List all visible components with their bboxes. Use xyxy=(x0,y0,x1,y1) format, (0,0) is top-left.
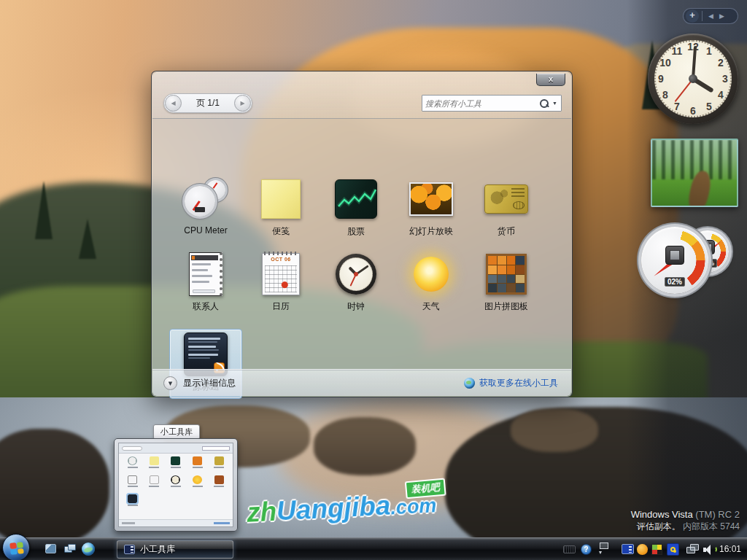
clock-numeral: 3 xyxy=(719,72,731,85)
gadget-stocks[interactable]: 股票 xyxy=(320,174,392,244)
clock-numeral: 7 xyxy=(671,100,683,113)
puzzle-tiles-icon xyxy=(486,254,527,295)
pine-tree xyxy=(35,181,53,239)
gadget-notes[interactable]: 便笺 xyxy=(244,174,317,244)
slideshow-photo-icon xyxy=(409,182,453,216)
apple-tray-icon[interactable] xyxy=(637,544,648,555)
add-gadget-button[interactable]: + xyxy=(686,9,699,23)
get-more-gadgets-link[interactable]: 获取更多在线小工具 xyxy=(464,377,558,389)
internet-explorer-icon[interactable] xyxy=(82,542,95,556)
gadget-label: 股票 xyxy=(320,225,392,238)
clock-gadget[interactable]: 12 1 2 3 4 5 6 7 8 9 10 11 xyxy=(648,34,738,124)
gadget-label: 联系人 xyxy=(169,300,242,313)
quad-color-tray-icon[interactable] xyxy=(651,544,662,555)
taskbar-tooltip: 小工具库 xyxy=(153,424,200,440)
gadget-contacts[interactable]: 联系人 xyxy=(169,249,242,319)
mini-clock-icon xyxy=(336,254,376,295)
gadget-weather[interactable]: 天气 xyxy=(395,249,468,319)
clock-numeral: 4 xyxy=(715,88,727,101)
sidebar-tray-icon[interactable] xyxy=(622,544,634,554)
taskbar-clock[interactable]: 16:01 xyxy=(719,544,741,554)
show-details-label[interactable]: 显示详细信息 xyxy=(183,377,236,389)
show-desktop-icon[interactable] xyxy=(45,544,56,553)
help-icon[interactable]: ? xyxy=(581,544,592,555)
divider xyxy=(702,11,703,21)
sticky-note-icon xyxy=(261,179,301,219)
taskbar: 小工具库 ? ▾ 16:01 xyxy=(0,537,747,560)
globe-icon xyxy=(464,378,475,389)
search-input[interactable] xyxy=(422,99,539,108)
currency-card-icon xyxy=(484,184,528,214)
clock-numeral: 10 xyxy=(659,56,671,69)
cpu-gauge[interactable]: 02% xyxy=(641,227,708,294)
start-button[interactable] xyxy=(2,534,30,560)
keyboard-icon[interactable] xyxy=(563,545,576,553)
stock-chart-icon xyxy=(335,179,377,219)
calendar-month: OCT 06 xyxy=(263,257,299,262)
gadget-clock[interactable]: 时钟 xyxy=(320,249,392,319)
gadget-cpu-meter[interactable]: CPU Meter xyxy=(169,174,242,244)
gadget-label: 便笺 xyxy=(244,225,317,238)
rock xyxy=(511,408,598,452)
build-number: 内部版本 5744 xyxy=(683,521,740,532)
network-icon[interactable] xyxy=(686,544,700,554)
clock-numeral: 1 xyxy=(703,44,715,58)
show-details-chevron-icon[interactable]: ▾ xyxy=(163,376,177,390)
watermark-prefix: zh xyxy=(246,497,277,528)
build-copy: 评估副本。 xyxy=(637,521,681,532)
switch-windows-icon[interactable] xyxy=(64,544,76,553)
clock-numeral: 11 xyxy=(671,44,683,58)
gadget-label: 日历 xyxy=(244,300,317,313)
hidden-window-icon[interactable] xyxy=(600,542,608,549)
taskbar-thumbnail-preview[interactable] xyxy=(114,438,238,532)
gadget-currency[interactable]: 货币 xyxy=(470,174,543,244)
gadget-calendar[interactable]: OCT 06 日历 xyxy=(244,249,317,319)
build-trademark: (TM) RC 2 xyxy=(695,509,740,520)
taskbar-button-label: 小工具库 xyxy=(140,543,175,556)
clock-numeral: 5 xyxy=(703,100,715,113)
search-icon xyxy=(539,98,549,109)
prev-page-icon[interactable]: ◀ xyxy=(705,12,716,20)
preview-header xyxy=(119,443,233,454)
gadget-picture-puzzle[interactable]: 图片拼图板 xyxy=(470,249,543,319)
page-indicator: 页 1/1 xyxy=(182,97,233,109)
clock-numeral: 2 xyxy=(715,56,727,69)
next-page-button[interactable]: ▶ xyxy=(234,95,251,112)
show-hidden-icons-chevron[interactable]: ▾ xyxy=(599,549,602,556)
gadget-label: CPU Meter xyxy=(169,225,242,236)
chip-icon xyxy=(665,246,684,265)
gadget-label: 时钟 xyxy=(320,300,392,313)
clock-numeral: 8 xyxy=(659,88,671,101)
clock-numeral: 9 xyxy=(655,72,667,85)
wireless-tray-icon[interactable] xyxy=(667,543,679,556)
rock xyxy=(314,417,416,475)
pine-tree xyxy=(79,219,96,259)
gadget-search: ▼ xyxy=(422,95,562,112)
picture-gadget[interactable] xyxy=(651,139,738,207)
clock-hub xyxy=(689,74,697,83)
contacts-list-icon xyxy=(189,252,222,296)
next-page-icon[interactable]: ▶ xyxy=(716,12,727,20)
gadget-label: 天气 xyxy=(395,300,468,313)
forest-photo xyxy=(652,140,737,179)
gadget-grid: CPU Meter 便笺 股票 幻灯片放映 货币 xyxy=(152,119,571,369)
build-product: Windows Vista xyxy=(631,509,693,520)
clock-numeral: 6 xyxy=(687,104,699,117)
preview-window xyxy=(118,443,233,527)
gadget-label: 幻灯片放映 xyxy=(395,225,468,238)
gadget-label: 图片拼图板 xyxy=(470,300,543,313)
search-dropdown-icon[interactable]: ▼ xyxy=(552,101,557,106)
prev-page-button[interactable]: ◀ xyxy=(165,95,182,112)
close-button[interactable]: x xyxy=(536,74,565,86)
volume-icon[interactable] xyxy=(703,545,715,554)
rock xyxy=(0,429,109,545)
preview-gadget-grid xyxy=(122,456,230,513)
taskbar-button-gadget-gallery[interactable]: 小工具库 xyxy=(117,540,233,559)
gadget-gallery-window: x ◀ 页 1/1 ▶ ▼ CPU Meter 便笺 xyxy=(151,71,573,397)
watermark-badge: 装机吧 xyxy=(405,478,446,499)
gadget-slideshow[interactable]: 幻灯片放映 xyxy=(395,174,468,244)
page-navigator: ◀ 页 1/1 ▶ xyxy=(163,93,252,113)
gadget-label: 货币 xyxy=(470,225,543,238)
online-link-label: 获取更多在线小工具 xyxy=(479,377,558,389)
cpu-meter-gadget-icon xyxy=(183,179,228,219)
